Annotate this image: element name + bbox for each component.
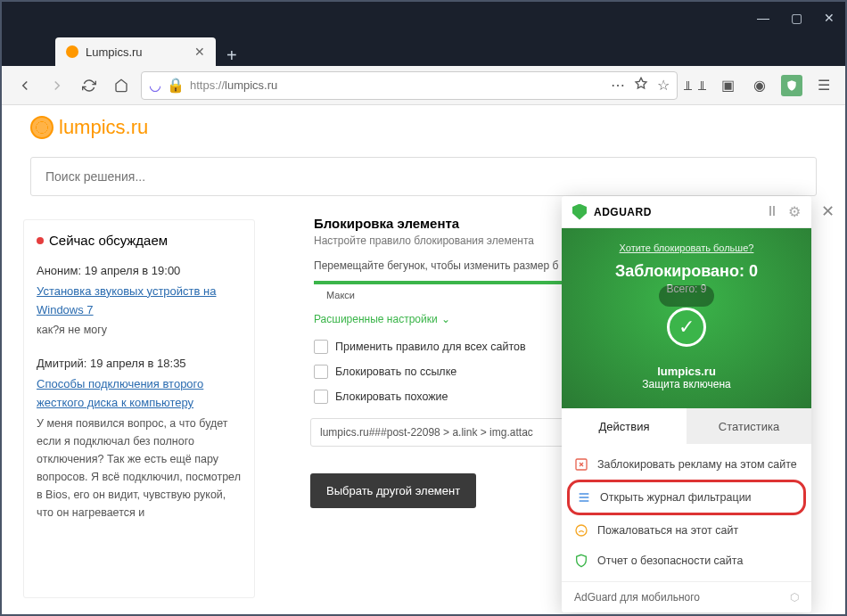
menu-icon[interactable]: ☰ — [813, 75, 835, 96]
maximize-button[interactable]: ▢ — [791, 11, 802, 25]
search-input[interactable] — [45, 169, 802, 184]
logo-text: lumpics.ru — [59, 116, 148, 139]
tab-title: Lumpics.ru — [86, 45, 187, 59]
tab-actions[interactable]: Действия — [562, 408, 687, 444]
adguard-hero: Хотите блокировать больше? Заблокировано… — [562, 228, 811, 408]
gear-icon[interactable]: ⚙ — [788, 203, 801, 220]
window-titlebar: — ▢ ✕ — [2, 2, 845, 34]
forward-button[interactable] — [45, 73, 70, 98]
block-icon — [574, 457, 588, 472]
check-similar[interactable]: Блокировать похожие — [310, 384, 578, 409]
minimize-button[interactable]: — — [757, 11, 769, 25]
url-text: https://lumpics.ru — [190, 78, 277, 92]
more-icon[interactable]: ⋯ — [611, 77, 625, 94]
action-block-ad[interactable]: Заблокировать рекламу на этом сайте — [562, 449, 811, 480]
reader-icon[interactable] — [634, 77, 648, 94]
discuss-heading: Сейчас обсуждаем — [37, 233, 242, 248]
discuss-body: У меня появился вопрос, а что будет если… — [37, 415, 242, 522]
discuss-meta: Аноним: 19 апреля в 19:00 — [37, 262, 242, 281]
pause-icon[interactable]: ⏸ — [765, 203, 779, 220]
browser-tab[interactable]: Lumpics.ru ✕ — [55, 37, 216, 66]
new-tab-button[interactable]: + — [216, 45, 248, 66]
tab-stats[interactable]: Статистика — [687, 408, 811, 444]
adguard-name: ADGUARD — [594, 206, 652, 218]
action-report[interactable]: Пожаловаться на этот сайт — [562, 515, 811, 546]
slider-label: Макси — [310, 290, 578, 300]
tab-favicon — [66, 45, 78, 58]
library-icon[interactable]: ⫫⫫ — [685, 75, 706, 96]
block-more-link[interactable]: Хотите блокировать больше? — [572, 242, 801, 253]
blocked-count: Заблокировано: 0 — [572, 262, 801, 281]
account-icon[interactable]: ◉ — [749, 75, 770, 96]
popup-close-icon[interactable]: ✕ — [821, 201, 835, 221]
browser-toolbar: ◡ 🔒 https://lumpics.ru ⋯ ☆ ⫫⫫ ▣ ◉ ☰ — [2, 66, 845, 105]
android-icon[interactable]: ⬡ — [790, 591, 799, 604]
adguard-popup: ✕ ADGUARD ⏸ ⚙ Хотите блокировать больше?… — [562, 196, 811, 612]
action-security-report[interactable]: Отчет о безопасности сайта — [562, 546, 811, 576]
site-search[interactable] — [30, 157, 817, 196]
lock-icon: 🔒 — [167, 77, 185, 94]
check-all-sites[interactable]: Применить правило для всех сайтов — [310, 334, 578, 359]
tab-close-icon[interactable]: ✕ — [194, 45, 205, 59]
check-icon: ✓ — [667, 308, 706, 347]
live-dot-icon — [37, 237, 44, 244]
blocker-subtitle: Настройте правило блокирования элемента — [310, 231, 578, 259]
report-icon — [574, 523, 588, 538]
discuss-meta: Дмитрий: 19 апреля в 18:35 — [37, 355, 242, 374]
checkbox-icon[interactable] — [314, 340, 328, 354]
shield-check-icon — [574, 554, 588, 568]
log-icon — [577, 490, 591, 505]
check-by-link[interactable]: Блокировать по ссылке — [310, 359, 578, 384]
adguard-header: ADGUARD ⏸ ⚙ — [562, 196, 811, 228]
page-content: lumpics.ru Сейчас обсуждаем Аноним: 19 а… — [2, 105, 845, 614]
choose-other-button[interactable]: Выбрать другой элемент — [310, 473, 476, 508]
discuss-item: Дмитрий: 19 апреля в 18:35 Способы подкл… — [37, 355, 242, 521]
adguard-actions: Заблокировать рекламу на этом сайте Откр… — [562, 444, 811, 581]
toolbar-right: ⫫⫫ ▣ ◉ ☰ — [685, 75, 835, 96]
advanced-toggle[interactable]: Расширенные настройки ⌄ — [310, 300, 578, 334]
tab-strip: Lumpics.ru ✕ + — [2, 34, 845, 66]
chevron-down-icon: ⌄ — [441, 313, 450, 325]
discuss-panel: Сейчас обсуждаем Аноним: 19 апреля в 19:… — [23, 219, 255, 598]
checkbox-icon[interactable] — [314, 365, 328, 379]
close-button[interactable]: ✕ — [824, 11, 835, 25]
checkbox-icon[interactable] — [314, 390, 328, 404]
action-open-log[interactable]: Открыть журнал фильтрации — [567, 480, 806, 515]
protection-toggle[interactable] — [659, 285, 714, 307]
blocker-hint: Перемещайте бегунок, чтобы изменить разм… — [310, 259, 578, 281]
blocker-title: Блокировка элемента — [310, 216, 578, 231]
address-bar[interactable]: ◡ 🔒 https://lumpics.ru ⋯ ☆ — [141, 71, 678, 100]
reload-button[interactable] — [77, 73, 102, 98]
bookmark-icon[interactable]: ☆ — [657, 77, 670, 94]
shield-icon[interactable]: ◡ — [149, 77, 161, 94]
rule-field[interactable]: lumpics.ru###post-22098 > a.link > img.a… — [310, 418, 578, 447]
discuss-body: как?я не могу — [37, 321, 242, 339]
adguard-extension-icon[interactable] — [781, 75, 802, 96]
adguard-tabs: Действия Статистика — [562, 408, 811, 444]
site-logo[interactable]: lumpics.ru — [30, 116, 148, 139]
discuss-link[interactable]: Установка звуковых устройств на Windows … — [37, 283, 242, 320]
adguard-footer[interactable]: AdGuard для мобильного ⬡ — [562, 581, 811, 612]
element-blocker-dialog: Блокировка элемента Настройте правило бл… — [310, 201, 578, 522]
adguard-site: lumpics.ru — [572, 365, 801, 378]
size-slider[interactable] — [314, 281, 574, 284]
protection-status: Защита включена — [572, 378, 801, 390]
home-button[interactable] — [109, 73, 134, 98]
back-button[interactable] — [12, 73, 37, 98]
discuss-link[interactable]: Способы подключения второго жесткого дис… — [37, 375, 242, 413]
logo-icon — [30, 116, 53, 139]
sidebar-icon[interactable]: ▣ — [717, 75, 738, 96]
adguard-shield-icon — [572, 204, 587, 220]
discuss-item: Аноним: 19 апреля в 19:00 Установка звук… — [37, 262, 242, 339]
